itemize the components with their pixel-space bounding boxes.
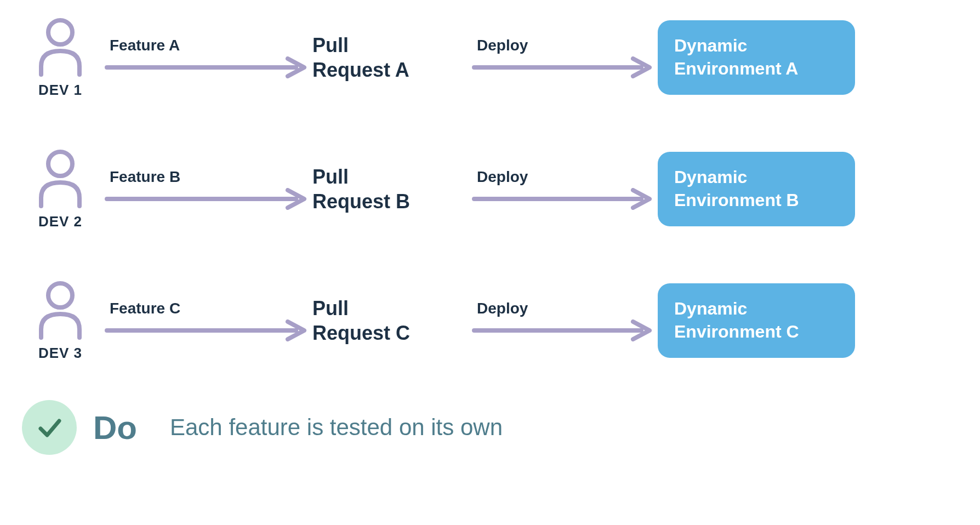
pull-request-label: Pull Request B [312, 164, 466, 214]
svg-point-6 [48, 283, 72, 307]
environment-block: Dynamic Environment B [658, 152, 855, 226]
check-badge [22, 400, 77, 455]
developer-block: DEV 1 [22, 17, 99, 99]
environment-block: Dynamic Environment C [658, 283, 855, 357]
developer-block: DEV 3 [22, 280, 99, 362]
caption-text: Each feature is tested on its own [170, 414, 503, 441]
developer-label: DEV 2 [38, 213, 82, 230]
environment-box: Dynamic Environment C [658, 283, 855, 357]
svg-point-3 [48, 152, 72, 176]
environment-box: Dynamic Environment A [658, 20, 855, 94]
deploy-label: Deploy [477, 168, 528, 186]
pull-request-label: Pull Request C [312, 296, 466, 345]
flow-row: DEV 3 Feature C Pull Request C Deploy D [22, 274, 958, 367]
arrow-icon [104, 319, 312, 341]
do-label: Do [93, 409, 137, 447]
pull-request-block: Pull Request B [312, 164, 466, 214]
feature-label: Feature A [110, 37, 180, 54]
pull-request-block: Pull Request A [312, 33, 466, 82]
environment-block: Dynamic Environment A [658, 20, 855, 94]
flow-row: DEV 2 Feature B Pull Request B Deploy D [22, 142, 958, 236]
deploy-arrow-block: Deploy [471, 37, 658, 78]
feature-arrow-block: Feature B [104, 168, 312, 210]
arrow-icon [471, 319, 658, 341]
feature-arrow-block: Feature A [104, 37, 312, 78]
svg-point-0 [48, 20, 72, 44]
deploy-arrow-block: Deploy [471, 168, 658, 210]
developer-label: DEV 3 [38, 345, 82, 362]
environment-box: Dynamic Environment B [658, 152, 855, 226]
person-icon [36, 280, 85, 340]
person-icon [36, 149, 85, 209]
person-icon [36, 17, 85, 77]
pull-request-label: Pull Request A [312, 33, 466, 82]
flow-row: DEV 1 Feature A Pull Request A Deploy D [22, 11, 958, 104]
feature-label: Feature C [110, 300, 180, 317]
feature-label: Feature B [110, 168, 180, 186]
arrow-icon [104, 188, 312, 210]
checkmark-icon [34, 412, 65, 443]
deploy-label: Deploy [477, 300, 528, 317]
footer-caption: Do Each feature is tested on its own [22, 400, 958, 455]
arrow-icon [471, 56, 658, 78]
deploy-label: Deploy [477, 37, 528, 54]
feature-arrow-block: Feature C [104, 300, 312, 341]
arrow-icon [471, 188, 658, 210]
flow-rows: DEV 1 Feature A Pull Request A Deploy D [22, 11, 958, 367]
developer-label: DEV 1 [38, 82, 82, 99]
deploy-arrow-block: Deploy [471, 300, 658, 341]
developer-block: DEV 2 [22, 149, 99, 230]
arrow-icon [104, 56, 312, 78]
pull-request-block: Pull Request C [312, 296, 466, 345]
